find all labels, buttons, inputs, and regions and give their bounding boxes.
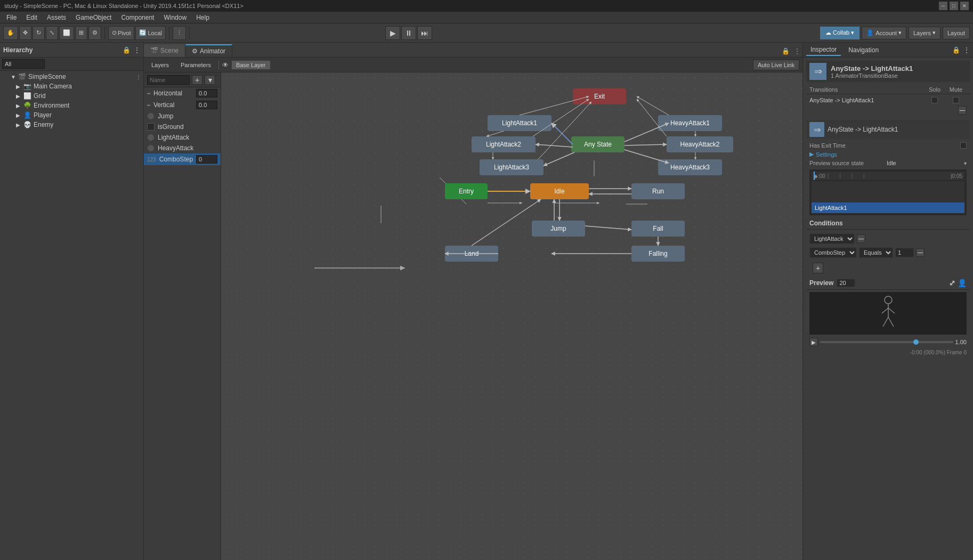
auto-live-btn[interactable]: Auto Live Link <box>753 60 799 70</box>
animator-canvas[interactable]: Exit LightAttack1 HeavyAttack1 LightAtta… <box>221 72 802 560</box>
param-vertical-value[interactable] <box>196 101 217 109</box>
collab-btn[interactable]: ☁ Collab ▾ <box>820 27 860 39</box>
hier-options[interactable]: ⋮ <box>136 74 141 80</box>
params-tab[interactable]: Parameters <box>176 60 215 70</box>
param-jump[interactable]: Jump <box>144 111 221 121</box>
minimize-btn[interactable]: ─ <box>939 2 947 10</box>
param-isground[interactable]: isGround <box>144 121 221 132</box>
cond2-select[interactable]: ComboStep <box>809 247 857 258</box>
transform-tool[interactable]: ⊞ <box>75 26 87 40</box>
maximize-btn[interactable]: □ <box>950 2 958 10</box>
add-condition-btn[interactable]: + <box>813 263 823 273</box>
menu-help[interactable]: Help <box>192 13 214 22</box>
cond2-value[interactable] <box>895 248 914 257</box>
state-lightattack2[interactable]: LightAttack2 <box>472 136 536 152</box>
layout-btn[interactable]: Layout <box>943 27 970 39</box>
state-heavyattack2[interactable]: HeavyAttack2 <box>667 136 733 152</box>
snap-btn[interactable]: ⋮ <box>173 26 186 40</box>
lightattack-toggle[interactable] <box>147 134 155 141</box>
state-heavyattack3[interactable]: HeavyAttack3 <box>658 159 722 175</box>
layers-btn[interactable]: Layers ▾ <box>909 27 940 39</box>
hier-item-maincamera[interactable]: ▶ 📷 Main Camera <box>0 82 143 91</box>
move-tool[interactable]: ✥ <box>19 26 31 40</box>
preview-icon-1[interactable]: ⤢ <box>949 279 955 287</box>
params-add-btn[interactable]: + <box>192 75 202 85</box>
hierarchy-menu[interactable]: ⋮ <box>134 46 140 54</box>
navigation-tab[interactable]: Navigation <box>844 45 883 55</box>
menu-window[interactable]: Window <box>159 13 191 22</box>
cond1-select[interactable]: LightAttack <box>809 233 855 244</box>
param-combostep-value[interactable] <box>196 155 217 164</box>
state-falling[interactable]: Falling <box>631 246 685 262</box>
params-search[interactable] <box>147 75 190 85</box>
scene-tab[interactable]: 🎬 Scene <box>144 44 185 57</box>
hierarchy-search[interactable] <box>2 59 45 69</box>
insp-menu[interactable]: ⋮ <box>963 46 970 54</box>
state-entry[interactable]: Entry <box>445 183 488 199</box>
state-heavyattack1[interactable]: HeavyAttack1 <box>658 115 722 131</box>
preview-src-dropdown[interactable]: ▾ <box>964 160 967 166</box>
step-btn[interactable]: ⏭ <box>417 26 432 40</box>
trans-row-1[interactable]: AnyState -> LightAttack1 <box>806 95 970 105</box>
has-exit-time-check[interactable] <box>960 142 967 149</box>
preview-icon-2[interactable]: 👤 <box>958 279 967 287</box>
pause-btn[interactable]: ⏸ <box>401 26 416 40</box>
hierarchy-lock[interactable]: 🔒 <box>123 46 131 54</box>
state-jump[interactable]: Jump <box>532 221 585 237</box>
panel-lock[interactable]: 🔒 <box>780 45 792 57</box>
eye-icon[interactable]: 👁 <box>222 61 229 69</box>
state-land[interactable]: Land <box>445 246 498 262</box>
param-vertical[interactable]: ━ Vertical <box>144 99 221 111</box>
hier-item-grid[interactable]: ▶ ⬜ Grid <box>0 91 143 101</box>
heavyattack-toggle[interactable] <box>147 144 155 152</box>
play-btn[interactable]: ▶ <box>385 26 400 40</box>
state-lightattack3[interactable]: LightAttack3 <box>480 159 544 175</box>
trans-remove-btn[interactable]: ─ <box>958 106 967 115</box>
pivot-btn[interactable]: ⊙ Pivot <box>108 26 134 40</box>
hier-item-environment[interactable]: ▶ 🌳 Environment <box>0 101 143 110</box>
cond2-op-select[interactable]: Equals <box>859 247 893 258</box>
isground-check[interactable] <box>147 123 155 131</box>
state-idle[interactable]: Idle <box>530 183 589 199</box>
account-btn[interactable]: 👤 Account ▾ <box>862 27 906 39</box>
state-run[interactable]: Run <box>631 183 685 199</box>
param-horizontal[interactable]: ━ Horizontal <box>144 87 221 99</box>
menu-assets[interactable]: Assets <box>43 13 70 22</box>
jump-toggle[interactable] <box>147 112 155 120</box>
cond2-remove[interactable]: ─ <box>916 248 925 257</box>
param-heavyattack[interactable]: HeavyAttack <box>144 143 221 153</box>
trans-mute-check[interactable] <box>945 97 967 103</box>
rect-tool[interactable]: ⬜ <box>59 26 74 40</box>
scale-tool[interactable]: ⤡ <box>46 26 58 40</box>
state-anystate[interactable]: Any State <box>571 136 625 152</box>
state-fall[interactable]: Fall <box>631 221 685 237</box>
hier-item-simplescene[interactable]: ▼ 🎬 SimpleScene ⋮ <box>0 72 143 82</box>
panel-menu[interactable]: ⋮ <box>792 45 802 57</box>
state-lightattack1[interactable]: LightAttack1 <box>488 115 552 131</box>
close-btn[interactable]: ✕ <box>960 2 969 10</box>
menu-gameobject[interactable]: GameObject <box>71 13 116 22</box>
menu-edit[interactable]: Edit <box>22 13 42 22</box>
rotate-tool[interactable]: ↻ <box>33 26 45 40</box>
custom-tool[interactable]: ⚙ <box>88 26 101 40</box>
menu-component[interactable]: Component <box>117 13 158 22</box>
local-btn[interactable]: 🔄 Local <box>135 26 165 40</box>
hier-item-player[interactable]: ▶ 👤 Player <box>0 110 143 120</box>
prev-thumb[interactable] <box>913 339 919 345</box>
hier-item-enemy[interactable]: ▶ 💀 Enemy <box>0 120 143 129</box>
insp-lock[interactable]: 🔒 <box>952 46 960 54</box>
params-dropdown-btn[interactable]: ▾ <box>205 75 215 85</box>
param-horizontal-value[interactable] <box>196 89 217 98</box>
menu-file[interactable]: File <box>2 13 21 22</box>
state-exit[interactable]: Exit <box>573 88 626 104</box>
trans-solo-check[interactable] <box>924 97 945 103</box>
prev-play-btn[interactable]: ▶ <box>809 338 818 346</box>
tl-playhead[interactable] <box>814 172 815 180</box>
preview-num-input[interactable] <box>837 279 855 287</box>
layers-tab[interactable]: Layers <box>147 60 173 70</box>
settings-collapsible[interactable]: ▶ Settings <box>806 150 970 159</box>
hand-tool[interactable]: ✋ <box>3 26 18 40</box>
param-combostep[interactable]: 123 ComboStep <box>144 153 221 165</box>
param-lightattack[interactable]: LightAttack <box>144 132 221 143</box>
animator-tab[interactable]: ⚙ Animator <box>185 44 232 57</box>
